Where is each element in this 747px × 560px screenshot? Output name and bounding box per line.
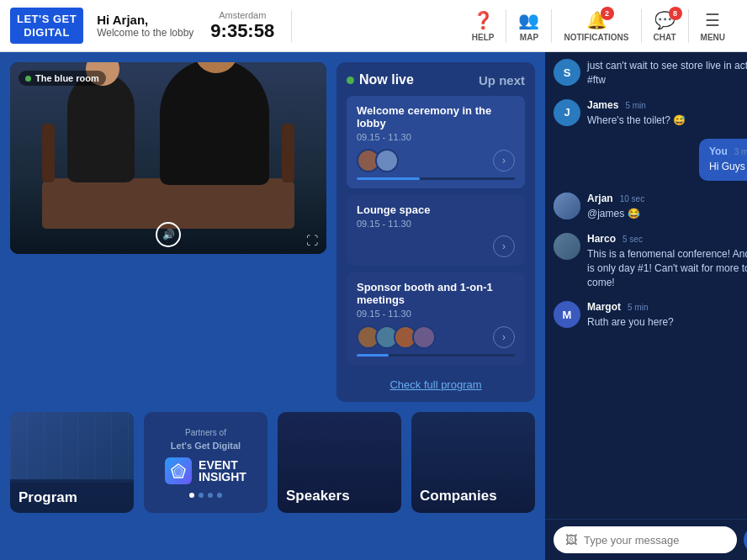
session-avatars-3: [357, 325, 436, 349]
nav-help[interactable]: ❓ HELP: [460, 10, 506, 42]
check-program-link[interactable]: Check full program: [389, 378, 481, 391]
nav-help-label: HELP: [472, 33, 495, 42]
now-live-header: Now live Up next: [347, 72, 525, 87]
session-avatar: [375, 149, 399, 172]
dot-4: [217, 493, 222, 498]
nav-items: ❓ HELP 👥 MAP 🔔 2 NOTIFICATIONS 💬 8 CHAT: [460, 9, 737, 43]
session-time-3: 09.15 - 11.30: [357, 309, 515, 319]
tile-partner[interactable]: Partners of Let's Get Digital EVENT INSI…: [144, 412, 268, 513]
chat-time-arjan: 10 sec: [620, 194, 644, 203]
video-controls: ⛶: [306, 234, 318, 247]
session-card-3[interactable]: Sponsor booth and 1-on-1 meetings 09.15 …: [347, 272, 525, 365]
session-progress-fill-3: [357, 354, 389, 357]
now-live-title: Now live: [347, 72, 414, 87]
session-avatar: [412, 325, 436, 349]
session-card-1[interactable]: Welcome ceremony in the lobby 09.15 - 11…: [347, 96, 525, 188]
video-room-name: The blue room: [35, 73, 99, 83]
chat-time-self: 3 min: [734, 147, 747, 156]
video-label: The blue room: [19, 71, 106, 86]
brand-line1: EVENT: [199, 459, 246, 471]
up-next-label: Up next: [479, 73, 525, 87]
chat-time-james: 5 min: [625, 101, 645, 110]
chat-text-margot: Ruth are you here?: [587, 315, 747, 330]
chat-name-james: James: [587, 99, 618, 111]
tile-companies[interactable]: Companies: [411, 412, 535, 513]
time-block: Amsterdam 9:35:58: [210, 10, 292, 42]
session-title-3: Sponsor booth and 1-on-1 meetings: [357, 281, 515, 306]
tile-speakers-label: Speakers: [286, 488, 393, 505]
check-program[interactable]: Check full program: [347, 372, 525, 392]
session-arrow-3[interactable]: ›: [493, 326, 515, 348]
tile-program-label: Program: [19, 489, 77, 505]
chat-time-margot: 5 min: [628, 303, 648, 312]
chat-bubble-s1: just can't wait to see store live in act…: [587, 59, 747, 87]
tile-program[interactable]: Program: [10, 412, 134, 513]
greeting-sub: Welcome to the lobby: [97, 27, 193, 39]
chat-input[interactable]: [584, 534, 725, 547]
logo[interactable]: LET'S GET DIGITAL: [10, 8, 83, 44]
nav-notifications-label: NOTIFICATIONS: [564, 33, 628, 42]
fullscreen-icon[interactable]: ⛶: [306, 234, 318, 247]
session-title-1: Welcome ceremony in the lobby: [357, 104, 515, 129]
chat-bubble-margot: Margot 5 min Ruth are you here?: [587, 301, 747, 330]
dot-3: [208, 493, 213, 498]
main-layout: The blue room 🔊 ⛶ Now live Up next: [0, 52, 747, 560]
session-time-1: 09.15 - 11.30: [357, 132, 515, 142]
chat-time-harco: 5 sec: [622, 235, 643, 244]
volume-icon: 🔊: [162, 229, 175, 240]
chat-text-self: Hi Guys 👋: [709, 160, 747, 174]
session-title-2: Lounge space: [357, 203, 515, 216]
chat-avatar-james: J: [554, 99, 580, 126]
tile-speakers[interactable]: Speakers: [278, 412, 401, 513]
session-arrow-1[interactable]: ›: [493, 150, 515, 172]
chat-text-arjan: @james 😂: [587, 207, 747, 221]
chat-name-self: You: [709, 145, 728, 157]
chat-badge: 8: [669, 7, 682, 20]
nav-notifications[interactable]: 🔔 2 NOTIFICATIONS: [552, 10, 640, 42]
video-player[interactable]: The blue room 🔊 ⛶: [10, 62, 326, 254]
time-city: Amsterdam: [219, 10, 266, 20]
session-progress-fill-1: [357, 177, 420, 180]
chat-bubble-harco: Harco 5 sec This is a fenomenal conferen…: [587, 233, 747, 289]
session-footer-3: ›: [357, 325, 515, 349]
live-dot-video: [25, 76, 31, 82]
logo-line1: LET'S GET: [17, 13, 77, 26]
nav-chat[interactable]: 💬 8 CHAT: [642, 10, 688, 42]
session-footer-1: ›: [357, 149, 515, 172]
chat-bubble-self: You 3 min Hi Guys 👋: [699, 139, 747, 181]
nav-chat-label: CHAT: [654, 33, 676, 42]
chat-text-harco: This is a fenomenal conference! And this…: [587, 247, 747, 289]
nav-map[interactable]: 👥 MAP: [506, 10, 551, 42]
session-card-2[interactable]: Lounge space 09.15 - 11.30 ›: [347, 195, 525, 266]
chat-send-button[interactable]: [744, 526, 747, 553]
session-time-2: 09.15 - 11.30: [357, 219, 515, 229]
dot-1: [189, 493, 194, 498]
chat-bubble-arjan: Arjan 10 sec @james 😂: [587, 193, 747, 221]
chat-bubble-james: James 5 min Where's the toilet? 😅: [587, 99, 747, 128]
header: LET'S GET DIGITAL Hi Arjan, Welcome to t…: [0, 0, 747, 52]
session-avatars-1: [357, 149, 399, 172]
video-volume-button[interactable]: 🔊: [156, 222, 181, 247]
chat-avatar-s1: S: [554, 59, 580, 86]
tiles-section: Program Partners of Let's Get Digital: [10, 412, 535, 513]
event-insight-text: EVENT INSIGHT: [199, 459, 246, 483]
map-icon-area: 👥: [518, 10, 539, 30]
svg-marker-1: [174, 467, 183, 476]
chat-panel: S just can't wait to see store live in a…: [545, 52, 747, 560]
chat-avatar-margot: M: [554, 301, 580, 328]
live-indicator-dot: [347, 77, 354, 84]
time-value: 9:35:58: [210, 20, 274, 42]
logo-line2: DIGITAL: [17, 26, 77, 40]
attachment-icon[interactable]: 🖼: [565, 533, 577, 547]
video-section: The blue room 🔊 ⛶ Now live Up next: [10, 62, 535, 402]
chat-message-harco: Harco 5 sec This is a fenomenal conferen…: [554, 233, 747, 289]
nav-menu[interactable]: ☰ MENU: [689, 10, 737, 42]
chat-name-harco: Harco: [587, 233, 616, 245]
greeting-hi: Hi Arjan,: [97, 13, 193, 27]
session-arrow-2[interactable]: ›: [493, 235, 515, 257]
notifications-badge: 2: [601, 7, 614, 20]
help-icon-area: ❓: [473, 10, 494, 30]
chat-input-box[interactable]: 🖼: [554, 526, 737, 553]
chat-message-james: J James 5 min Where's the toilet? 😅: [554, 99, 747, 128]
chat-avatar-harco: [554, 233, 580, 260]
